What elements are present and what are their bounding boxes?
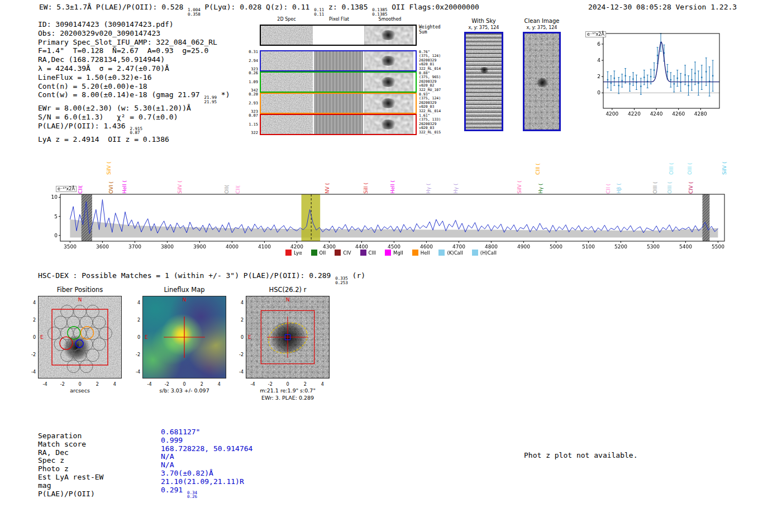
lineflux-map-plot: N E [142,296,226,378]
panel-ytick: 2 [130,318,140,323]
pixel-flat-cutout [314,26,363,45]
fiber-circle [48,327,61,340]
legend-swatch [360,250,366,256]
panel-xtick: 0 [282,382,293,387]
cutout-row-right-labels: 0.93"(375, 124)20200329v020_03322_RL_014 [419,93,454,113]
pixel-flat-cutout [314,73,363,92]
legend-item: HeII [412,250,430,256]
match-table-value: 0.999 [161,437,252,445]
match-table-label: Separation [38,432,103,440]
fiber-circle [99,327,112,340]
fiber-circle [80,360,93,373]
panel-xtick: -4 [40,382,51,387]
panel-ytick: 4 [26,300,36,305]
with-sky-title: With Sky [460,18,507,24]
line-fit-flux-units: e⁻¹⁷x2Å [585,31,606,37]
pixel-flat-cutout [314,115,363,134]
fiber-compass-north: N [78,297,82,303]
with-sky-coords: x, y: 375, 124 [460,25,507,30]
with-sky-image [464,32,503,131]
fiber-circle [87,305,99,318]
panel-ytick: -2 [26,352,36,357]
fiber-xlabel: arcsecs [38,387,122,394]
legend-swatch [311,250,317,256]
panel-ytick: -4 [130,370,140,375]
lineflux-compass-east: E [145,334,148,340]
cutout-row: 0.202.933230.93"(375, 124)20200329v020_0… [246,93,454,114]
spec2d-cutout [261,51,313,70]
fiber-circle [80,338,93,351]
info-line: Cont(w) = 8.00(±0.14)e-18 (gmag 21.97 21… [38,90,230,104]
cutout-row: WeightedSum [246,25,454,46]
legend-swatch [438,250,445,256]
legend-label: MgII [393,250,403,256]
info-line: Obs: 20200329v020_3090147423 [38,29,230,38]
legend-swatch [335,250,341,256]
panel-xtick: 4 [213,382,225,387]
smoothed-source-blob [380,30,397,40]
pixel-flat-cutout [314,51,363,70]
legend-swatch [472,250,478,256]
stacked-fraction: 2.9150.87 [130,127,142,135]
legend-item: CIV [335,250,351,256]
col-header-2dspec: 2D Spec [260,17,313,22]
line-fit-canvas [581,27,726,127]
legend-item: Lyα [285,250,302,256]
cutout-row-strip [260,25,417,46]
fiber-circle [74,305,87,318]
cutout-row-left-labels: 0.312.94323 [246,50,258,71]
fiber-compass-east: E [40,334,44,340]
full-spectrum-flux-units: e⁻¹⁷x2Å [56,186,77,192]
smoothed-cutout [364,94,413,113]
match-table-value: N/A [161,453,252,461]
legend-label: OII [320,250,326,256]
col-header-pixelflat: Pixel Flat [314,17,364,22]
hsc-r-title: HSC(26.2) r [246,286,330,294]
panel-xtick: 2 [196,382,207,387]
fiber-circle [74,349,87,362]
legend-label: (K)CaII [447,250,462,256]
panel-xtick: 0 [74,382,85,387]
match-table-label: Spec z [38,457,103,465]
clean-image [523,32,561,131]
info-line: Primary Spec_Slot_IFU_AMP: 322_084_062_R… [38,38,230,47]
smoothed-source-blob [380,98,397,108]
hsc-compass-east: E [248,334,251,340]
legend-item: CIII [360,250,376,256]
panel-ytick: 2 [26,318,36,323]
with-sky-source-blob [479,67,489,73]
smoothed-source-blob [380,56,397,66]
hsc-overlay-svg [246,296,329,378]
stacked-fraction: 21.9921.95 [204,95,217,104]
smoothed-source-blob [380,119,397,130]
info-block: ID: 3090147423 (3090147423.pdf)Obs: 2020… [38,20,230,144]
lineflux-overlay-svg [143,296,226,378]
panel-ytick: -4 [233,370,244,375]
clean-image-source-blob [536,78,549,87]
hsc-caption-1: m:21.1 re:1.9" s:0.7" [246,387,330,394]
legend-label: (H)CaII [480,250,497,256]
stacked-fraction: 0.340.26 [187,491,197,499]
info-line: RA,Dec (168.728134,50.914944) [38,55,230,64]
match-table-labels: SeparationMatch scoreRA, DecSpec zPhoto … [38,432,103,498]
cutout-row-right-labels: 0.88"(375, 965)20200329v020_02322_RU_107 [419,71,454,92]
emission-line-label: SiIV ( [106,162,112,175]
match-table-label: Photo z [38,465,103,473]
panel-xtick: -2 [161,382,173,387]
panel-xtick: 4 [109,382,120,387]
panel-ytick: 2 [233,318,244,323]
cutout-row-left-labels: 0.202.93323 [246,93,258,114]
emission-line-label: OIII ( [687,163,693,175]
lineflux-map-title: Lineflux Map [142,286,226,294]
match-table-label: RA, Dec [38,449,103,457]
cutout-row-strip [260,114,417,135]
emission-line-label: OIII ( [669,163,674,175]
stacked-fraction: 0.3350.253 [335,276,348,285]
cutout-row-strip [260,93,417,114]
info-line: EWr = 8.00(±2.30) (w: 5.30(±1.20))Å [38,104,230,113]
emission-line-label: CIII ( [535,163,541,175]
pixel-flat-cutout [314,94,363,113]
elixer-report-page: EW: 5.3±1.7Å P(LAE)/P(OII): 0.528 1.0040… [0,0,782,532]
smoothed-cutout [364,115,413,134]
match-table-value: 21.10(21.09,21.11)R [161,478,252,486]
